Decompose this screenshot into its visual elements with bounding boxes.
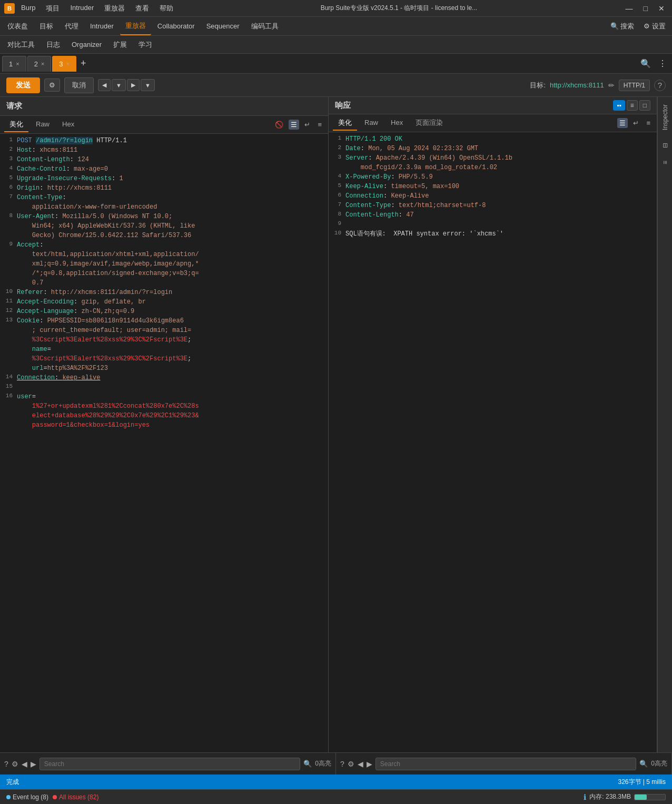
tab-bar-more-icon[interactable]: ⋮ (655, 58, 670, 68)
memory-bar-fill (635, 795, 647, 800)
sidebar-icon-3[interactable]: ≡ (660, 158, 670, 168)
bottom-right-settings-icon[interactable]: ⚙ (348, 760, 354, 768)
view-list-btn[interactable]: ≡ (627, 100, 638, 111)
bottom-right-prev-icon[interactable]: ◀ (358, 760, 363, 768)
request-line-7: 7 Content-Type: application/x-www-form-u… (0, 193, 328, 212)
response-search-input[interactable] (375, 758, 637, 770)
bottom-left-help-icon[interactable]: ? (4, 760, 8, 768)
request-search-input[interactable] (39, 758, 301, 770)
nav-target[interactable]: 目标 (34, 17, 58, 35)
nav-intruder[interactable]: Intruder (85, 17, 119, 35)
menu-project[interactable]: 项目 (44, 3, 62, 14)
nav-proxy[interactable]: 代理 (60, 17, 84, 35)
nav-extensions[interactable]: 扩展 (108, 36, 132, 53)
request-toolbar: 发送 ⚙ 取消 ◀ ▼ ▶ ▼ 目标: http://xhcms:8111 ✏ … (0, 74, 672, 97)
inspector-sidebar-item[interactable]: Inspector (660, 101, 670, 133)
nav-repeater[interactable]: 重放器 (120, 17, 151, 35)
all-issues-item[interactable]: All issues (82) (53, 793, 98, 801)
nav-sequencer[interactable]: Sequencer (201, 17, 245, 35)
request-line-9: 9 Accept: text/html,application/xhtml+xm… (0, 240, 328, 288)
request-tab-hex[interactable]: Hex (57, 118, 80, 131)
request-tab-raw[interactable]: Raw (31, 118, 55, 131)
titlebar-title: Burp Suite专业版 v2024.5.1 - 临时项目 - license… (175, 4, 622, 13)
info-icon[interactable]: ℹ (584, 793, 586, 801)
prev-dropdown[interactable]: ▼ (112, 79, 126, 91)
minimize-button[interactable]: — (622, 3, 636, 14)
settings-button[interactable]: ⚙ (44, 79, 60, 92)
menu-intruder[interactable]: Intruder (68, 3, 96, 14)
menu-view[interactable]: 查看 (133, 3, 151, 14)
response-tab-raw[interactable]: Raw (359, 116, 383, 130)
tab-2-close[interactable]: × (41, 61, 44, 67)
bottom-left-next-icon[interactable]: ▶ (31, 760, 36, 768)
request-line-10: 10 Referer: http://xhcms:8111/admin/?r=l… (0, 288, 328, 297)
event-log-item[interactable]: Event log (8) (6, 793, 48, 801)
request-search-icon[interactable]: 🔍 (303, 760, 312, 768)
resp-list-icon[interactable]: ☰ (617, 118, 628, 128)
request-highlight-count: 0高亮 (315, 759, 331, 768)
nav-compare[interactable]: 对比工具 (2, 36, 40, 53)
tab-bar-search-icon[interactable]: 🔍 (637, 58, 654, 68)
nav-search-icon[interactable]: 🔍 搜索 (606, 22, 639, 31)
request-panel: 请求 美化 Raw Hex 🚫 ☰ ↵ ≡ 1 POST /admin/?r=l… (0, 97, 329, 752)
response-body[interactable]: 1 HTTP/1.1 200 OK 2 Date: Mon, 05 Aug 20… (329, 132, 657, 752)
response-line-3: 3 Server: Apache/2.4.39 (Win64) OpenSSL/… (329, 153, 657, 172)
nav-learn[interactable]: 学习 (133, 36, 157, 53)
prev-button[interactable]: ◀ (98, 79, 111, 91)
bottom-right-next-icon[interactable]: ▶ (367, 760, 372, 768)
request-line-16: 16 user= 1%27+or+updatexml%281%2Cconcat%… (0, 392, 328, 430)
tab-2-label: 2 (34, 60, 38, 68)
nav-log[interactable]: 日志 (41, 36, 65, 53)
nav-collaborator[interactable]: Collaborator (152, 17, 200, 35)
tab-3-label: 3 (59, 60, 63, 68)
request-line-15: 15 (0, 383, 328, 392)
resp-wrap-icon[interactable]: ↵ (631, 118, 641, 128)
cancel-button[interactable]: 取消 (64, 77, 94, 93)
tab-1-label: 1 (9, 60, 13, 68)
response-line-2: 2 Date: Mon, 05 Aug 2024 02:23:32 GMT (329, 144, 657, 153)
menu-burp[interactable]: Burp (19, 3, 37, 14)
view-split-btn[interactable]: ▪▪ (613, 100, 625, 111)
no-intercept-icon[interactable]: 🚫 (273, 120, 285, 130)
next-dropdown[interactable]: ▼ (141, 79, 155, 91)
wrap-icon[interactable]: ↵ (302, 120, 312, 130)
bottom-left-settings-icon[interactable]: ⚙ (12, 760, 18, 768)
response-tab-render[interactable]: 页面渲染 (410, 116, 448, 131)
tab-2[interactable]: 2 × (27, 56, 52, 72)
add-tab-button[interactable]: + (77, 58, 90, 69)
menu-help[interactable]: 帮助 (157, 3, 175, 14)
close-button[interactable]: ✕ (655, 3, 668, 14)
tab-1[interactable]: 1 × (2, 56, 26, 72)
help-icon[interactable]: ? (654, 80, 666, 91)
menu-repeater[interactable]: 重放器 (102, 3, 127, 14)
nav-settings[interactable]: ⚙ 设置 (639, 22, 670, 31)
target-label: 目标: (530, 81, 546, 90)
list-view-icon[interactable]: ☰ (289, 120, 299, 130)
tab-3[interactable]: 3 × (52, 56, 76, 72)
maximize-button[interactable]: □ (640, 3, 651, 14)
resp-more-icon[interactable]: ≡ (644, 118, 653, 128)
target-area: 目标: http://xhcms:8111 ✏ HTTP/1 ? (530, 80, 666, 91)
edit-target-icon[interactable]: ✏ (608, 81, 615, 90)
tab-3-close[interactable]: × (66, 61, 70, 67)
nav-organizer[interactable]: Organizer (66, 36, 107, 53)
response-tab-beautify[interactable]: 美化 (333, 116, 357, 131)
nav-dashboard[interactable]: 仪表盘 (2, 17, 33, 35)
tab-1-close[interactable]: × (16, 61, 19, 67)
response-search-icon[interactable]: 🔍 (639, 760, 648, 768)
view-full-btn[interactable]: □ (639, 100, 650, 111)
next-button[interactable]: ▶ (127, 79, 140, 91)
more-icon[interactable]: ≡ (315, 120, 324, 130)
event-log-label: Event log (8) (13, 793, 48, 801)
request-body[interactable]: 1 POST /admin/?r=login HTTP/1.1 2 Host: … (0, 134, 328, 752)
nav-encoder[interactable]: 编码工具 (246, 17, 284, 35)
send-button[interactable]: 发送 (6, 77, 40, 93)
target-url: http://xhcms:8111 (550, 81, 604, 89)
request-tab-beautify[interactable]: 美化 (4, 117, 28, 132)
bottom-left-panel: ? ⚙ ◀ ▶ 🔍 0高亮 (0, 753, 336, 774)
bottom-right-help-icon[interactable]: ? (340, 760, 344, 768)
sidebar-icon-2[interactable]: ⊟ (660, 140, 670, 151)
response-tab-hex[interactable]: Hex (386, 116, 408, 130)
bottom-left-prev-icon[interactable]: ◀ (22, 760, 27, 768)
main-navbar: 仪表盘 目标 代理 Intruder 重放器 Collaborator Sequ… (0, 17, 672, 36)
